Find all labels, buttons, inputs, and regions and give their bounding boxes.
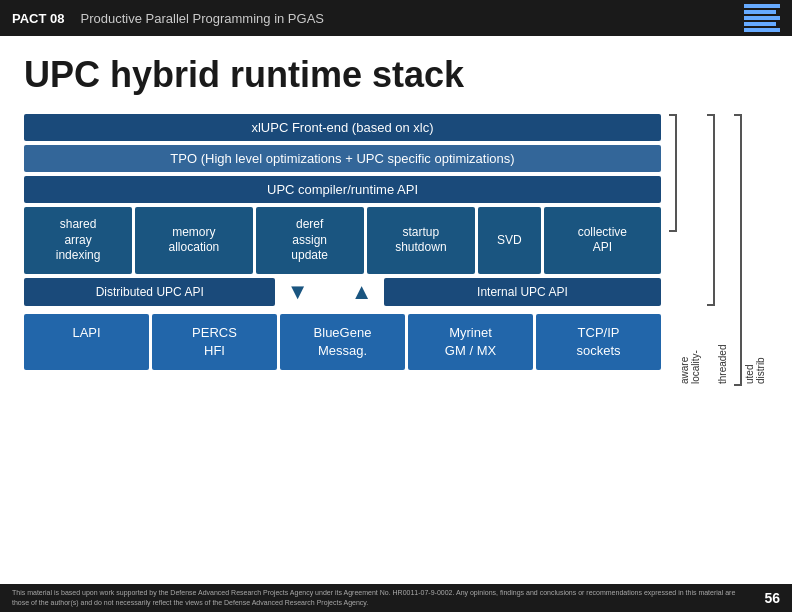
arrow-down-icon: ▼	[278, 279, 317, 305]
internal-api-label: Internal UPC API	[384, 278, 661, 306]
shared-array-box: shared array indexing	[24, 207, 132, 274]
content-wrapper: xlUPC Front-end (based on xlc) TPO (High…	[24, 114, 768, 386]
tcpip-box: TCP/IP sockets	[536, 314, 661, 370]
right-side-labels: locality- aware threaded distrib uted	[669, 114, 768, 386]
header-pact: PACT 08	[12, 11, 65, 26]
threaded-label: threaded	[715, 114, 730, 386]
distributed-label: distrib uted	[742, 114, 768, 386]
header: PACT 08 Productive Parallel Programming …	[0, 0, 792, 36]
bottom-row: LAPI PERCS HFI BlueGene Messag. Myrinet …	[24, 314, 661, 370]
ibm-logo	[744, 4, 780, 32]
frontend-layer: xlUPC Front-end (based on xlc)	[24, 114, 661, 141]
deref-box: deref assign update	[256, 207, 364, 274]
lapi-box: LAPI	[24, 314, 149, 370]
arrow-up-icon: ▲	[342, 279, 381, 305]
startup-box: startup shutdown	[367, 207, 475, 274]
distributed-api-label: Distributed UPC API	[24, 278, 275, 306]
compiler-api-layer: UPC compiler/runtime API	[24, 176, 661, 203]
stack-wrapper: xlUPC Front-end (based on xlc) TPO (High…	[24, 114, 661, 370]
threaded-group: threaded	[707, 114, 730, 386]
tpo-layer: TPO (High level optimizations + UPC spec…	[24, 145, 661, 172]
header-title: Productive Parallel Programming in PGAS	[81, 11, 745, 26]
percs-box: PERCS HFI	[152, 314, 277, 370]
footer-page: 56	[764, 590, 780, 606]
memory-box: memory allocation	[135, 207, 252, 274]
collective-box: collective API	[544, 207, 661, 274]
distributed-row: Distributed UPC API ▼ ▲ Internal UPC API	[24, 278, 661, 306]
page-title: UPC hybrid runtime stack	[24, 54, 768, 96]
footer: This material is based upon work support…	[0, 584, 792, 612]
distributed-group: distrib uted	[734, 114, 768, 386]
myrinet-box: Myrinet GM / MX	[408, 314, 533, 370]
main-content: UPC hybrid runtime stack xlUPC Front-end…	[0, 36, 792, 398]
locality-group: locality- aware	[669, 114, 703, 386]
svd-box: SVD	[478, 207, 541, 274]
locality-label: locality- aware	[677, 114, 703, 386]
bluegene-box: BlueGene Messag.	[280, 314, 405, 370]
footer-text: This material is based upon work support…	[12, 588, 748, 608]
middle-row: shared array indexing memory allocation …	[24, 207, 661, 274]
